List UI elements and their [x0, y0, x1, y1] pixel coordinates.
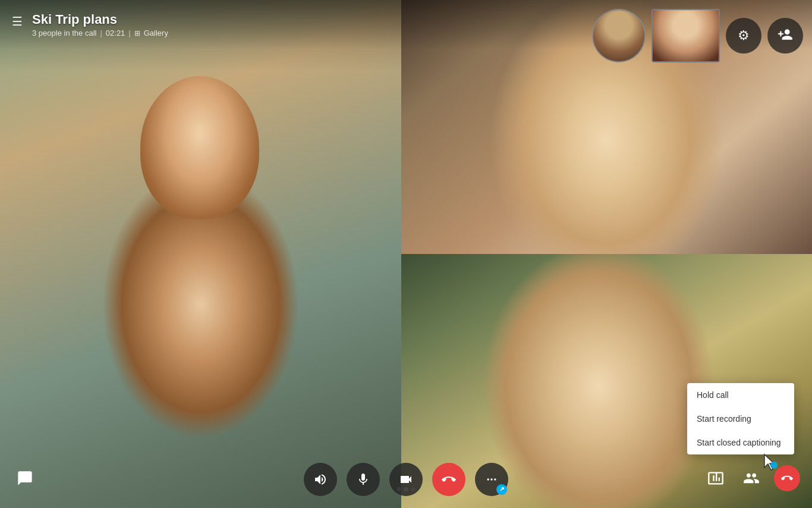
context-menu: Hold call Start recording Start closed c…	[687, 383, 794, 454]
thumbnail-video-2	[653, 10, 719, 61]
hamburger-button[interactable]: ☰	[12, 14, 23, 29]
more-options-button[interactable]	[475, 463, 508, 496]
svg-point-2	[494, 478, 496, 480]
video-main	[0, 0, 401, 508]
settings-button[interactable]: ⚙	[726, 18, 761, 54]
settings-icon: ⚙	[738, 28, 750, 43]
participant-thumbnail-2[interactable]	[652, 9, 720, 62]
start-recording-item[interactable]: Start recording	[687, 407, 794, 431]
microphone-button[interactable]	[347, 463, 380, 496]
hold-call-item[interactable]: Hold call	[687, 383, 794, 407]
speaker-button[interactable]	[304, 463, 337, 496]
svg-point-0	[487, 478, 489, 480]
end-call-button-right[interactable]	[774, 465, 800, 491]
camera-button[interactable]	[389, 463, 423, 496]
right-controls	[703, 465, 800, 491]
thumbnail-video-1	[593, 10, 644, 61]
svg-point-1	[490, 478, 492, 480]
end-call-button[interactable]	[432, 463, 465, 496]
more-options-arrow	[496, 484, 507, 495]
main-video-feed	[0, 0, 401, 508]
controls-bar	[0, 463, 812, 496]
screen-share-button[interactable]	[703, 465, 729, 491]
participant-thumbnail-1[interactable]	[592, 9, 646, 62]
participants-button[interactable]	[738, 465, 764, 491]
add-person-button[interactable]	[767, 18, 803, 54]
add-person-icon	[778, 27, 793, 45]
start-captioning-item[interactable]: Start closed captioning	[687, 431, 794, 454]
